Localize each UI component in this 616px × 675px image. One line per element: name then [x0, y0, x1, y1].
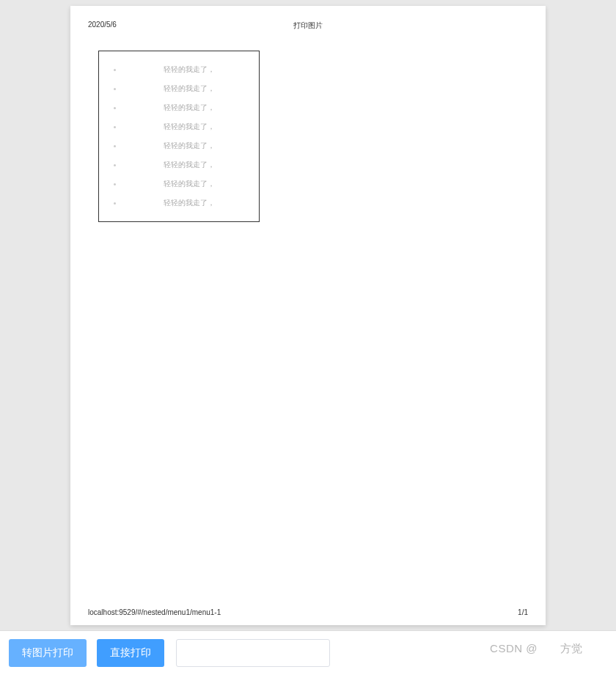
- list-item-text: 轻轻的我走了，: [164, 198, 244, 208]
- page-header: 2020/5/6 打印图片: [88, 21, 528, 29]
- page-date: 2020/5/6: [88, 21, 117, 29]
- list-item: 轻轻的我走了，: [114, 141, 244, 151]
- convert-image-print-button[interactable]: 转图片打印: [9, 639, 87, 667]
- content-box: 轻轻的我走了， 轻轻的我走了， 轻轻的我走了， 轻轻的我走了， 轻轻的我走了， …: [98, 51, 260, 222]
- list-item-text: 轻轻的我走了，: [164, 160, 244, 170]
- preview-page: 2020/5/6 打印图片 轻轻的我走了， 轻轻的我走了， 轻轻的我走了， 轻轻…: [70, 6, 546, 625]
- bullet-icon: [114, 145, 116, 147]
- list-item: 轻轻的我走了，: [114, 103, 244, 113]
- list-item: 轻轻的我走了，: [114, 179, 244, 189]
- direct-print-button[interactable]: 直接打印: [97, 639, 164, 667]
- bullet-icon: [114, 202, 116, 204]
- list-item: 轻轻的我走了，: [114, 160, 244, 170]
- list-item: 轻轻的我走了，: [114, 198, 244, 208]
- bullet-icon: [114, 88, 116, 90]
- print-preview-area: 2020/5/6 打印图片 轻轻的我走了， 轻轻的我走了， 轻轻的我走了， 轻轻…: [0, 0, 616, 630]
- list-item-text: 轻轻的我走了，: [164, 64, 244, 75]
- list-item: 轻轻的我走了，: [114, 122, 244, 132]
- bullet-icon: [114, 126, 116, 128]
- toolbar-input[interactable]: [176, 639, 330, 667]
- watermark-text: CSDN @ 方觉: [490, 642, 606, 656]
- list-item-text: 轻轻的我走了，: [164, 122, 244, 132]
- bullet-icon: [114, 107, 116, 109]
- page-title: 打印图片: [293, 21, 323, 31]
- list-item-text: 轻轻的我走了，: [164, 103, 244, 113]
- page-footer: localhost:9529/#/nested/menu1/menu1-1 1/…: [88, 608, 528, 616]
- list-item: 轻轻的我走了，: [114, 84, 244, 94]
- list-item-text: 轻轻的我走了，: [164, 179, 244, 189]
- bullet-icon: [114, 164, 116, 166]
- page-number: 1/1: [518, 608, 528, 616]
- list-item-text: 轻轻的我走了，: [164, 141, 244, 151]
- list-item-text: 轻轻的我走了，: [164, 84, 244, 94]
- bullet-icon: [114, 69, 116, 71]
- page-url: localhost:9529/#/nested/menu1/menu1-1: [88, 608, 221, 616]
- list-item: 轻轻的我走了，: [114, 64, 244, 75]
- bullet-icon: [114, 183, 116, 185]
